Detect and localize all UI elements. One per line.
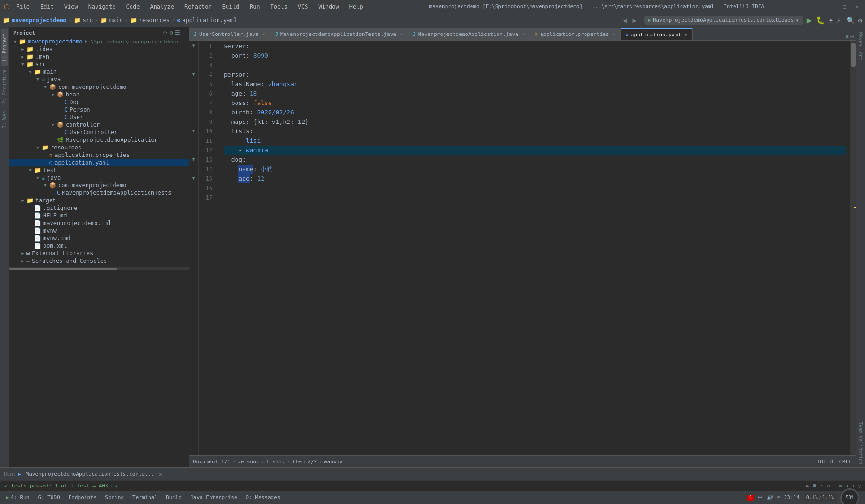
- tree-controller[interactable]: ▼ 📦 controller: [9, 121, 189, 129]
- tree-ext-libs[interactable]: ▶ ⊞ External Libraries: [9, 250, 189, 257]
- settings-button[interactable]: ⚙: [858, 17, 862, 24]
- run-close-btn[interactable]: ×: [159, 471, 162, 478]
- minimize-panel-icon[interactable]: −: [182, 29, 185, 36]
- tree-dog[interactable]: C Dog: [9, 98, 189, 106]
- tree-main[interactable]: ▼ 📁 main: [9, 68, 189, 76]
- tab-usercontroller[interactable]: J UserController.java ×: [189, 28, 271, 40]
- tab-close-3[interactable]: ×: [522, 32, 525, 37]
- sidebar-hscroll[interactable]: [9, 267, 189, 270]
- fold-4[interactable]: ▼: [189, 69, 198, 78]
- tree-apptest[interactable]: C MavenprojectdemoApplicationTests: [9, 189, 189, 197]
- tab-panel-icon-2[interactable]: ⊟: [850, 33, 854, 40]
- bottom-tab-messages[interactable]: 0: Messages: [242, 494, 284, 502]
- left-tab-project[interactable]: 1: Project: [1, 29, 8, 66]
- tab-close-5[interactable]: ×: [685, 32, 688, 37]
- tree-gitignore[interactable]: 📄 .gitignore: [9, 204, 189, 212]
- tree-java[interactable]: ▼ ☕ java: [9, 76, 189, 83]
- tree-iml[interactable]: 📄 mavenprojectdemo.iml: [9, 219, 189, 227]
- tab-appyaml[interactable]: ⚙ application.yaml ×: [621, 28, 693, 40]
- token-14-1: name: [238, 165, 253, 174]
- menu-help[interactable]: Help: [346, 2, 367, 11]
- tree-appyaml[interactable]: ⚙ application.yaml: [9, 159, 189, 166]
- left-tab-structure[interactable]: 2: Structure: [1, 66, 8, 107]
- tree-pomxml[interactable]: 📄 pom.xml: [9, 242, 189, 250]
- menu-refactor[interactable]: Refactor: [181, 2, 216, 11]
- sync-icon[interactable]: ⟳: [163, 29, 168, 36]
- tree-usercontroller[interactable]: C UserController: [9, 129, 189, 136]
- maximize-button[interactable]: □: [840, 2, 849, 11]
- status-lf[interactable]: CRLF: [839, 459, 852, 465]
- menu-build[interactable]: Build: [218, 2, 243, 11]
- tab-mavenapp[interactable]: J MavenprojectdemoApplication.java ×: [408, 28, 530, 40]
- status-encoding[interactable]: UTF-8: [818, 459, 833, 465]
- tab-apptest[interactable]: J MavenprojectdemoApplicationTests.java …: [271, 28, 408, 40]
- editor-vscroll[interactable]: [850, 41, 856, 455]
- menu-vcs[interactable]: VCS: [294, 2, 312, 11]
- menu-file[interactable]: File: [12, 2, 34, 11]
- tree-target[interactable]: ▶ 📁 target: [9, 197, 189, 204]
- tree-test-com[interactable]: ▼ 📦 com.mavenprojectdemo: [9, 182, 189, 189]
- run-button[interactable]: ▶: [807, 15, 812, 25]
- run-config-name[interactable]: MavenprojectdemoApplicationTests.conte..…: [23, 470, 157, 478]
- minimize-button[interactable]: ─: [827, 2, 836, 11]
- bottom-tab-run[interactable]: ▶ 4: Run: [2, 494, 33, 502]
- tree-appprops[interactable]: ⚙ application.properties: [9, 151, 189, 159]
- tree-src[interactable]: ▼ 📁 src: [9, 61, 189, 68]
- tree-person[interactable]: C Person: [9, 106, 189, 113]
- bottom-tab-endpoints[interactable]: Endpoints: [65, 494, 101, 502]
- right-tab-validation[interactable]: Team Validation: [857, 419, 864, 467]
- bottom-tab-build[interactable]: Build: [162, 494, 185, 502]
- tree-resources[interactable]: ▼ 📁 resources: [9, 144, 189, 151]
- tree-test[interactable]: ▼ 📁 test: [9, 166, 189, 174]
- tree-mavenapp[interactable]: 🌿 MavenprojectdemoApplication: [9, 136, 189, 144]
- run-with-coverage-button[interactable]: ☂: [829, 17, 833, 24]
- panel-settings-icon[interactable]: ☰: [175, 29, 180, 36]
- tab-panel-icon-1[interactable]: ≡: [845, 33, 848, 40]
- tab-close-4[interactable]: ×: [613, 32, 616, 37]
- menu-analyze[interactable]: Analyze: [146, 2, 178, 11]
- run-config-dropdown[interactable]: ▾: [796, 17, 799, 24]
- code-editor[interactable]: server: port: 8090 person: lastName: z: [220, 41, 850, 455]
- tree-scratches[interactable]: ▶ ✏ Scratches and Consoles: [9, 257, 189, 265]
- profile-button[interactable]: ⚡: [837, 17, 840, 24]
- vscroll-thumb[interactable]: [851, 43, 856, 67]
- left-tab-web[interactable]: 3: Web: [1, 107, 8, 132]
- nav-back-button[interactable]: ◀: [621, 16, 629, 25]
- bottom-tab-terminal[interactable]: Terminal: [129, 494, 161, 502]
- fold-13[interactable]: ▼: [189, 154, 198, 164]
- tree-mvnwcmd[interactable]: 📄 mvnw.cmd: [9, 235, 189, 242]
- tree-com-maven[interactable]: ▼ 📦 com.mavenprojectdemo: [9, 83, 189, 91]
- right-tab-ant[interactable]: Ant: [857, 49, 864, 63]
- search-everywhere-button[interactable]: 🔍: [847, 17, 855, 24]
- fold-15[interactable]: ▼: [189, 173, 198, 182]
- tree-idea[interactable]: ▶ 📁 .idea: [9, 45, 189, 53]
- tree-bean[interactable]: ▼ 📦 bean: [9, 91, 189, 98]
- run-config-label[interactable]: MavenprojectdemoApplicationTests.context…: [653, 17, 794, 23]
- menu-code[interactable]: Code: [122, 2, 144, 11]
- close-button[interactable]: ×: [853, 2, 861, 11]
- right-tab-maven[interactable]: Maven: [857, 29, 864, 49]
- tree-mvn[interactable]: ▶ 📁 .mvn: [9, 53, 189, 61]
- tab-appprops[interactable]: ⚙ application.properties ×: [530, 28, 621, 40]
- nav-forward-button[interactable]: ▶: [631, 16, 638, 25]
- menu-window[interactable]: Window: [315, 2, 342, 11]
- menu-view[interactable]: View: [61, 2, 82, 11]
- tab-close-2[interactable]: ×: [400, 32, 403, 37]
- tab-close-1[interactable]: ×: [262, 32, 265, 37]
- fold-1[interactable]: ▼: [189, 41, 198, 50]
- tree-helpmd[interactable]: 📄 HELP.md: [9, 212, 189, 219]
- gear-icon[interactable]: ⚙: [170, 29, 173, 36]
- fold-10[interactable]: ▼: [189, 126, 198, 135]
- debug-button[interactable]: 🐛: [816, 16, 825, 25]
- menu-tools[interactable]: Tools: [267, 2, 291, 11]
- bottom-tab-todo[interactable]: 6: TODO: [34, 494, 63, 502]
- menu-edit[interactable]: Edit: [36, 2, 58, 11]
- menu-run[interactable]: Run: [246, 2, 264, 11]
- tree-root[interactable]: ▼ 📁 mavenprojectdemo E:\Springboot\maven…: [9, 38, 189, 45]
- tree-test-java[interactable]: ▼ ☕ java: [9, 174, 189, 182]
- bottom-tab-javaee[interactable]: Java Enterprise: [186, 494, 241, 502]
- menu-navigate[interactable]: Navigate: [85, 2, 120, 11]
- tree-user[interactable]: C User: [9, 113, 189, 121]
- tree-mvnw[interactable]: 📄 mvnw: [9, 227, 189, 235]
- bottom-tab-spring[interactable]: Spring: [101, 494, 128, 502]
